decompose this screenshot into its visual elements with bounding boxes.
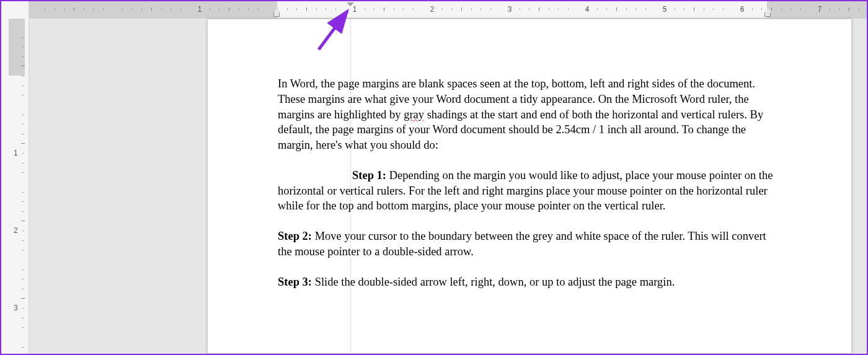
step-1-label: Step 1: [352,169,386,182]
step-3-paragraph[interactable]: Step 3: Slide the double-sided arrow lef… [278,274,777,290]
v-ruler-number: 2 [14,226,18,235]
v-ruler-number: 1 [14,149,18,157]
v-ruler-ticks: 123 [9,19,25,354]
horizontal-ruler[interactable]: 11234567 [29,1,867,19]
v-ruler-number: 3 [14,304,18,312]
step-2-body: Move your cursor to the boundary between… [278,230,766,258]
step-2-paragraph[interactable]: Step 2: Move your cursor to the boundary… [278,229,777,260]
spelling-error[interactable]: gray [404,108,424,121]
workspace: In Word, the page margins are blank spac… [29,19,867,354]
step-1-paragraph[interactable]: Step 1: Depending on the margin you woul… [278,168,777,214]
vertical-ruler[interactable]: 123 [1,1,29,354]
document-body[interactable]: In Word, the page margins are blank spac… [278,76,777,305]
step-3-label: Step 3: [278,276,312,288]
right-indent-marker[interactable] [764,12,771,17]
h-ruler-ticks: 11234567 [29,1,867,18]
step-3-body: Slide the double-sided arrow left, right… [312,276,675,288]
page[interactable]: In Word, the page margins are blank spac… [207,19,852,354]
left-indent-marker[interactable] [273,12,280,17]
step-2-label: Step 2: [278,230,312,242]
first-line-indent-marker[interactable] [347,2,354,6]
intro-paragraph[interactable]: In Word, the page margins are blank spac… [278,76,777,153]
